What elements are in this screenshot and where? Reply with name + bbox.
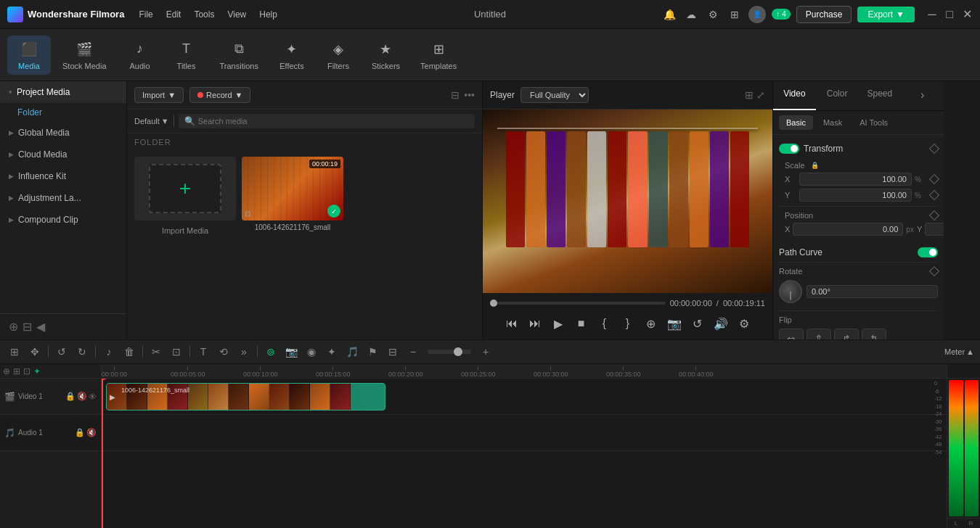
snap-button[interactable]: ⊞ (6, 343, 23, 360)
delete-button[interactable]: 🗑 (121, 343, 138, 360)
subtab-mask[interactable]: Mask (816, 115, 849, 130)
toolbar-stock-media[interactable]: 🎬 Stock Media (54, 36, 115, 75)
undo-button[interactable]: ↺ (53, 343, 70, 360)
video-media-item[interactable]: 00:00:19 ⊡ ✓ 1006-142621176_small (242, 157, 343, 334)
sidebar-item-project-media[interactable]: ▾ Project Media (0, 81, 126, 103)
tab-video[interactable]: Video (773, 81, 816, 110)
settings-tl-button[interactable]: ◉ (303, 343, 320, 360)
redo-button[interactable]: ↻ (73, 343, 91, 360)
zoom-slider[interactable] (428, 350, 471, 354)
tab-speed[interactable]: Speed (859, 81, 902, 110)
mark-out-button[interactable]: } (618, 313, 638, 334)
filter-icon[interactable]: ⊟ (451, 89, 460, 101)
meter-label[interactable]: Meter ▲ (944, 347, 974, 356)
import-media-item[interactable]: + Import Media (134, 157, 236, 334)
record-button[interactable]: Record ▼ (189, 87, 250, 103)
flip-cw-button[interactable]: ↱ (834, 329, 859, 339)
sidebar-item-compound-clip[interactable]: ▶ Compound Clip (0, 209, 126, 231)
position-keyframe[interactable] (929, 210, 939, 220)
zoom-out-button[interactable]: − (404, 343, 422, 360)
in-out-button[interactable]: ⊟ (384, 343, 401, 360)
flip-vertical-button[interactable]: ⇕ (807, 329, 831, 339)
fullscreen-icon[interactable]: ⤢ (756, 89, 765, 101)
menu-view[interactable]: View (227, 9, 246, 20)
sidebar-item-adjustment[interactable]: ▶ Adjustment La... (0, 187, 126, 209)
close-button[interactable]: ✕ (961, 9, 973, 20)
track-visible-button[interactable]: 👁 (89, 392, 97, 401)
flip-horizontal-button[interactable]: ⇔ (779, 329, 804, 339)
sidebar-item-global-media[interactable]: ▶ Global Media (0, 122, 126, 144)
magnet-button[interactable]: ✦ (33, 366, 41, 376)
more-options-icon[interactable]: ••• (464, 89, 475, 101)
player-tab[interactable]: Player (490, 88, 515, 102)
position-x-input[interactable] (793, 223, 903, 236)
toolbar-stickers[interactable]: ★ Stickers (363, 36, 409, 75)
track-lock-button[interactable]: 🔒 (65, 392, 75, 401)
cam-button[interactable]: 📷 (282, 343, 300, 360)
default-view-button[interactable]: Default ▼ (134, 117, 169, 125)
split-view-icon[interactable]: ⊞ (745, 89, 754, 101)
rotate-wheel[interactable] (779, 280, 802, 303)
stop-button[interactable]: ■ (571, 313, 592, 334)
effects-tl-button[interactable]: ✦ (323, 343, 340, 360)
maximize-button[interactable]: □ (944, 9, 955, 20)
sidebar-item-influence-kit[interactable]: ▶ Influence Kit (0, 165, 126, 187)
settings-icon[interactable]: ⚙ (705, 7, 721, 22)
link-button[interactable]: ⊡ (23, 366, 30, 376)
search-input[interactable] (198, 117, 469, 125)
flip-ccw-button[interactable]: ↰ (862, 329, 886, 339)
mark-in-button[interactable]: { (595, 313, 615, 334)
scale-x-input[interactable] (799, 173, 912, 186)
transform-keyframe[interactable] (929, 144, 939, 154)
export-button[interactable]: Export ▼ (857, 7, 915, 22)
transform-tl-button[interactable]: ⟲ (215, 343, 232, 360)
menu-tools[interactable]: Tools (194, 9, 214, 20)
text-button[interactable]: T (195, 343, 212, 360)
crop-button[interactable]: ⊡ (168, 343, 185, 360)
audio-tl-button[interactable]: 🎵 (343, 343, 361, 360)
toolbar-transitions[interactable]: ⧉ Transitions (211, 36, 267, 75)
record-tl-button[interactable]: ⊚ (262, 343, 279, 360)
toolbar-effects[interactable]: ✦ Effects (270, 36, 314, 75)
new-folder-button[interactable]: ⊕ (9, 320, 18, 334)
cloud-icon[interactable]: ☁ (683, 7, 699, 22)
grid-icon[interactable]: ⊞ (727, 7, 743, 22)
settings-btn[interactable]: ⚙ (734, 313, 754, 334)
insert-button[interactable]: ⊕ (641, 313, 661, 334)
loop-button[interactable]: ↺ (687, 313, 708, 334)
rotate-input[interactable] (807, 285, 938, 298)
sidebar-item-cloud-media[interactable]: ▶ Cloud Media (0, 144, 126, 165)
menu-help[interactable]: Help (259, 9, 277, 20)
markers-button[interactable]: ⚑ (364, 343, 381, 360)
menu-file[interactable]: File (139, 9, 152, 20)
play-button[interactable]: ▶ (548, 313, 568, 334)
import-button[interactable]: Import ▼ (134, 87, 184, 103)
position-y-input[interactable] (925, 223, 944, 236)
delete-folder-button[interactable]: ⊟ (23, 320, 32, 334)
volume-button[interactable]: 🔊 (711, 313, 731, 334)
add-track-button[interactable]: ⊕ (3, 366, 10, 376)
track-mute-button[interactable]: 🔇 (77, 392, 87, 401)
zoom-in-button[interactable]: + (477, 343, 494, 360)
video-clip[interactable]: ▶ 1006-142621176_small (106, 383, 385, 411)
scale-y-keyframe[interactable] (929, 190, 939, 200)
audio-lock-button[interactable]: 🔒 (75, 428, 85, 437)
add-audio-button[interactable]: ♪ (100, 343, 118, 360)
menu-edit[interactable]: Edit (166, 9, 181, 20)
rewind-button[interactable]: ⏮ (502, 313, 522, 334)
subtab-ai-tools[interactable]: AI Tools (852, 115, 895, 130)
tab-more[interactable]: › (901, 81, 944, 110)
more-tl-button[interactable]: » (235, 343, 253, 360)
scale-x-keyframe[interactable] (929, 174, 939, 184)
toolbar-audio[interactable]: ♪ Audio (118, 36, 162, 75)
scale-y-input[interactable] (799, 189, 912, 202)
tab-color[interactable]: Color (816, 81, 859, 110)
rotate-keyframe[interactable] (929, 266, 939, 276)
toolbar-media[interactable]: ⬛ Media (7, 36, 51, 75)
ripple-button[interactable]: ✥ (26, 343, 44, 360)
sidebar-item-folder[interactable]: Folder (0, 103, 126, 122)
minimize-button[interactable]: ─ (926, 9, 938, 20)
step-back-button[interactable]: ⏭ (525, 313, 545, 334)
progress-bar[interactable] (490, 302, 666, 305)
transform-toggle[interactable] (779, 144, 799, 154)
